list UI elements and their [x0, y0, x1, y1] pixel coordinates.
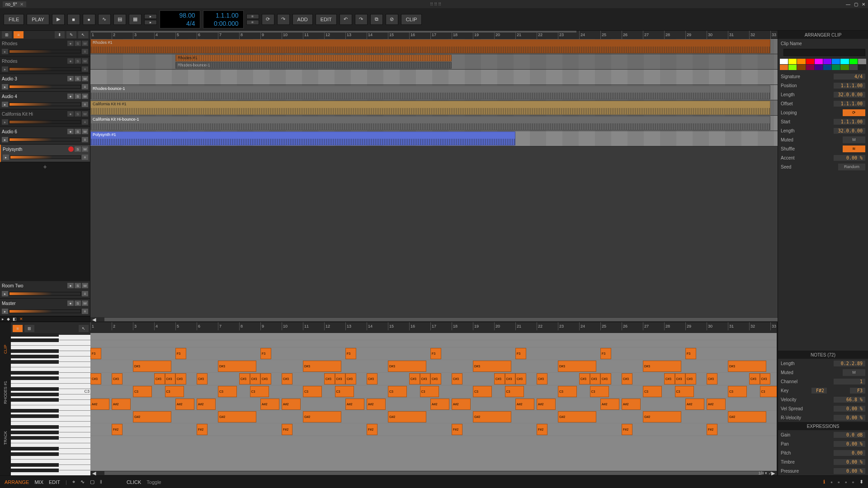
color-swatch[interactable]: [797, 59, 805, 64]
midi-note[interactable]: D#3: [558, 361, 596, 372]
midi-note[interactable]: G#2: [473, 411, 511, 422]
midi-note[interactable]: C3: [643, 386, 662, 397]
color-swatch[interactable]: [815, 59, 823, 64]
midi-note[interactable]: C#3: [409, 373, 420, 385]
midi-note[interactable]: C#3: [749, 373, 760, 385]
midi-note[interactable]: C3: [558, 386, 577, 397]
close-fx-icon[interactable]: ✕: [19, 317, 23, 321]
loop-start-field[interactable]: 1.1.1.00: [834, 119, 865, 125]
clip[interactable]: California Kit Hi #1: [90, 101, 770, 115]
midi-note[interactable]: C3: [760, 386, 777, 397]
automation-read-icon[interactable]: ▤: [113, 14, 126, 25]
track-lane[interactable]: California Kit Hi-bounce-1: [90, 116, 868, 131]
color-swatch[interactable]: [815, 65, 823, 70]
midi-note[interactable]: A#2: [260, 399, 279, 410]
drum-view-icon[interactable]: ⊞: [24, 325, 34, 332]
footer-icon-4[interactable]: ⫴: [100, 479, 102, 485]
midi-note[interactable]: C#3: [537, 373, 547, 385]
copy-icon[interactable]: ⧉: [370, 14, 383, 25]
color-swatch[interactable]: [806, 65, 814, 70]
project-tab[interactable]: no_fi* ✕: [3, 1, 26, 7]
midi-note[interactable]: C#3: [335, 373, 346, 385]
fill-icon[interactable]: ≡: [246, 20, 259, 25]
midi-note[interactable]: A#2: [345, 399, 364, 410]
midi-note[interactable]: C3: [505, 386, 524, 397]
midi-note[interactable]: F#2: [282, 424, 292, 435]
automation-write-icon[interactable]: ∿: [98, 14, 111, 25]
midi-note[interactable]: C#3: [515, 373, 526, 385]
pan-field[interactable]: 0.00 %: [834, 441, 865, 447]
midi-note[interactable]: F#2: [197, 424, 208, 435]
tempo-display[interactable]: 98.00 4/4: [160, 10, 200, 28]
midi-note[interactable]: C#3: [600, 373, 611, 385]
midi-note[interactable]: G#2: [133, 411, 171, 422]
midi-note[interactable]: G#2: [218, 411, 256, 422]
midi-note[interactable]: C#3: [579, 373, 590, 385]
note-mute-toggle[interactable]: M: [843, 369, 865, 376]
minimize-icon[interactable]: —: [846, 2, 850, 7]
marker-icon[interactable]: ▸: [2, 317, 4, 321]
seed-random-button[interactable]: Random: [838, 164, 865, 170]
midi-note[interactable]: A#2: [685, 399, 704, 410]
track-lane[interactable]: Rhodes-bounce-1: [90, 85, 868, 100]
midi-note[interactable]: C3: [335, 386, 354, 397]
midi-note[interactable]: C#3: [260, 373, 271, 385]
midi-note[interactable]: A#2: [112, 399, 131, 410]
midi-note[interactable]: F3: [600, 348, 611, 359]
midi-note[interactable]: A#2: [175, 399, 194, 410]
browser-panel-icon[interactable]: ▫: [838, 479, 840, 485]
midi-note[interactable]: C3: [165, 386, 184, 397]
controller-icon[interactable]: ⬍: [859, 479, 863, 485]
midi-note[interactable]: A#2: [452, 399, 471, 410]
midi-note[interactable]: D#3: [388, 361, 426, 372]
midi-note[interactable]: C#3: [590, 373, 601, 385]
ed-scroll-left-icon[interactable]: ◀: [90, 470, 98, 476]
midi-note[interactable]: D#3: [218, 361, 256, 372]
dashboard-icon[interactable]: ℹ: [823, 479, 825, 485]
track-header[interactable]: PolysynthSM▸≡: [0, 145, 90, 162]
color-swatch[interactable]: [788, 59, 797, 64]
editor-scrollbar[interactable]: ◀ ▶ 1/4 ▾ ⤢: [90, 471, 777, 475]
arranger-icon[interactable]: ≡: [14, 31, 24, 38]
midi-note[interactable]: C3: [303, 386, 322, 397]
timbre-field[interactable]: 0.00 %: [834, 459, 865, 465]
midi-note[interactable]: A#2: [515, 399, 534, 410]
signature-field[interactable]: 4/4: [834, 74, 865, 80]
note-length-field[interactable]: 0.2.2.89: [834, 361, 865, 366]
project-panel-icon[interactable]: ▫: [830, 479, 832, 485]
midi-note[interactable]: F3: [345, 348, 356, 359]
pitch-field[interactable]: 0.00: [834, 450, 865, 456]
note-lane[interactable]: F3F3F3F3F3F3F3F3: [90, 347, 777, 360]
color-swatch[interactable]: [788, 65, 797, 70]
midi-note[interactable]: C#3: [430, 373, 441, 385]
color-swatch[interactable]: [840, 59, 849, 64]
footer-icon-2[interactable]: ∿: [80, 479, 85, 485]
midi-note[interactable]: F3: [260, 348, 271, 359]
midi-note[interactable]: C#3: [239, 373, 250, 385]
midi-note[interactable]: F3: [685, 348, 696, 359]
midi-note[interactable]: C#3: [175, 373, 186, 385]
color-swatch[interactable]: [780, 65, 788, 70]
track-header[interactable]: Rhodes●SM▸≡: [0, 39, 90, 56]
midi-note[interactable]: A#2: [600, 399, 619, 410]
midi-note[interactable]: F#2: [367, 424, 377, 435]
clip[interactable]: Polysynth #1: [90, 131, 515, 145]
offset-field[interactable]: 1.1.1.00: [834, 101, 865, 107]
midi-note[interactable]: A#2: [90, 399, 109, 410]
midi-note[interactable]: C#3: [250, 373, 261, 385]
piano-roll[interactable]: 1234567891011121314151617181920212223242…: [90, 322, 777, 475]
pencil-icon[interactable]: ✎: [66, 31, 76, 38]
footer-icon-3[interactable]: ▢: [90, 479, 94, 485]
midi-note[interactable]: A#2: [537, 399, 556, 410]
midi-note[interactable]: C#3: [664, 373, 675, 385]
clip[interactable]: Rhodes #1: [90, 39, 770, 53]
loop-length-field[interactable]: 32.0.0.00: [834, 128, 865, 134]
edit-button[interactable]: EDIT: [316, 14, 337, 25]
pointer-icon[interactable]: ↖: [78, 31, 88, 38]
midi-note[interactable]: C3: [590, 386, 609, 397]
piano-keyboard[interactable]: C3: [11, 335, 90, 470]
color-picker[interactable]: [778, 57, 868, 72]
color-swatch[interactable]: [823, 65, 831, 70]
panel-layout-icon[interactable]: ▦: [129, 14, 142, 25]
track-header[interactable]: Audio 3●SM▸≡: [0, 74, 90, 92]
